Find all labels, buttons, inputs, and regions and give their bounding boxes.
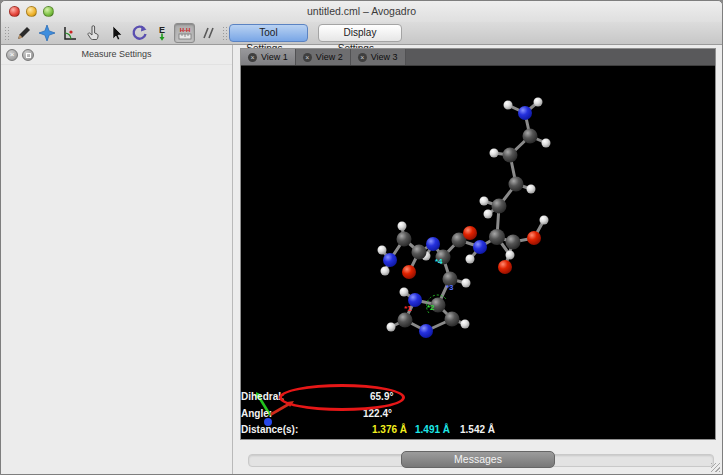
auto-rotate-tool-button[interactable] — [128, 23, 149, 43]
select-tool-button[interactable] — [105, 23, 126, 43]
atom-H[interactable] — [506, 251, 515, 260]
gl-viewport[interactable]: *1*2*3*4 Dihedral: 65.9° Angle: 122.4° D… — [241, 66, 715, 439]
atom-H[interactable] — [504, 101, 513, 110]
bond-centric-tool-button[interactable] — [59, 23, 80, 43]
distance-value: 1.491 Å — [415, 424, 450, 435]
measure-hh-glyph: H-H — [179, 27, 190, 33]
measure-tool-button[interactable]: H-H — [174, 23, 195, 43]
atom-H[interactable] — [381, 267, 390, 276]
atom-H[interactable] — [398, 222, 407, 231]
close-panel-button[interactable]: × — [6, 49, 18, 61]
close-icon: × — [10, 50, 15, 59]
view-area: ×View 1×View 2×View 3 * — [240, 48, 716, 440]
atom-O[interactable] — [527, 231, 541, 245]
pencil-draw-icon — [14, 23, 34, 43]
resize-grip[interactable] — [711, 463, 720, 472]
atom-marker: *3 — [446, 283, 454, 292]
auto-optimize-tool-button[interactable]: E — [151, 23, 172, 43]
tab-close-icon[interactable]: × — [248, 53, 257, 62]
atom-O[interactable] — [463, 226, 477, 240]
tab-view-3[interactable]: ×View 3 — [351, 49, 406, 65]
tab-close-icon[interactable]: × — [303, 53, 312, 62]
draw-tool-button[interactable] — [13, 23, 34, 43]
manipulate-hand-icon — [83, 23, 103, 43]
atom-marker: *4 — [435, 257, 443, 266]
titlebar[interactable]: untitled.cml – Avogadro — [1, 1, 722, 22]
float-panel-button[interactable] — [22, 49, 34, 61]
atom-C[interactable] — [398, 313, 413, 328]
toolbar: E H-H Tool Settings... Display Settings.… — [1, 22, 722, 45]
bond-centric-icon — [60, 23, 80, 43]
atom-H[interactable] — [527, 185, 536, 194]
atom-H[interactable] — [540, 216, 549, 225]
align-icon — [198, 23, 218, 43]
atom-H[interactable] — [534, 98, 543, 107]
view-tabbar: ×View 1×View 2×View 3 — [241, 49, 715, 66]
window-title: untitled.cml – Avogadro — [1, 1, 722, 22]
atom-marker: *2 — [427, 303, 435, 312]
auto-rotate-icon — [129, 23, 149, 43]
atom-H[interactable] — [484, 210, 493, 219]
measure-settings-panel: × Measure Settings — [1, 45, 233, 474]
atom-C[interactable] — [397, 232, 412, 247]
navigate-star-icon — [37, 23, 57, 43]
atom-N[interactable] — [383, 253, 397, 267]
display-settings-button[interactable]: Display Settings... — [318, 24, 402, 42]
atom-marker: *1 — [404, 304, 412, 313]
atom-C[interactable] — [445, 312, 460, 327]
distance-value: 1.542 Å — [460, 424, 495, 435]
atom-O[interactable] — [498, 260, 512, 274]
tab-label: View 1 — [261, 52, 288, 62]
atom-H[interactable] — [466, 255, 475, 264]
avogadro-window: untitled.cml – Avogadro — [0, 0, 723, 475]
angle-label: Angle: — [241, 408, 272, 419]
navigate-tool-button[interactable] — [36, 23, 57, 43]
dihedral-annotation-ellipse — [279, 384, 405, 411]
atom-H[interactable] — [490, 149, 499, 158]
auto-optimize-icon: E — [152, 23, 172, 43]
atom-H[interactable] — [400, 288, 409, 297]
measure-icon: H-H — [176, 24, 194, 42]
manipulate-tool-button[interactable] — [82, 23, 103, 43]
atom-H[interactable] — [378, 246, 387, 255]
toolbar-grip[interactable] — [222, 26, 227, 41]
atom-N[interactable] — [419, 324, 433, 338]
atom-H[interactable] — [462, 279, 471, 288]
panel-header: × Measure Settings — [1, 45, 232, 65]
traffic-lights — [9, 6, 54, 17]
tab-close-icon[interactable]: × — [358, 53, 367, 62]
x_axis-line — [270, 404, 289, 415]
tool-settings-button[interactable]: Tool Settings... — [229, 24, 308, 42]
atom-H[interactable] — [387, 323, 396, 332]
distances-label: Distance(s): — [241, 424, 298, 435]
atom-N[interactable] — [518, 106, 532, 120]
select-cursor-icon — [106, 23, 126, 43]
close-window-button[interactable] — [9, 6, 20, 17]
atom-C[interactable] — [523, 129, 538, 144]
align-tool-button[interactable] — [197, 23, 218, 43]
atom-C[interactable] — [492, 199, 507, 214]
atom-H[interactable] — [480, 197, 489, 206]
panel-title: Measure Settings — [1, 45, 232, 64]
toolbar-grip[interactable] — [4, 26, 9, 41]
molecule-canvas[interactable]: *1*2*3*4 — [241, 66, 715, 439]
distance-value: 1.376 Å — [372, 424, 407, 435]
tab-view-1[interactable]: ×View 1 — [241, 49, 296, 65]
messages-button[interactable]: Messages — [401, 451, 555, 468]
zoom-window-button[interactable] — [43, 6, 54, 17]
minimize-window-button[interactable] — [26, 6, 37, 17]
atom-O[interactable] — [402, 265, 416, 279]
tab-label: View 2 — [316, 52, 343, 62]
atom-N[interactable] — [473, 240, 487, 254]
atom-C[interactable] — [412, 245, 427, 260]
atom-C[interactable] — [509, 177, 524, 192]
atom-H[interactable] — [461, 320, 470, 329]
atom-C[interactable] — [506, 235, 521, 250]
atom-C[interactable] — [489, 229, 505, 245]
tab-label: View 3 — [371, 52, 398, 62]
dihedral-label: Dihedral: — [241, 391, 284, 402]
tab-view-2[interactable]: ×View 2 — [296, 49, 351, 65]
atom-H[interactable] — [542, 139, 551, 148]
atom-C[interactable] — [503, 148, 518, 163]
atom-N[interactable] — [426, 237, 440, 251]
